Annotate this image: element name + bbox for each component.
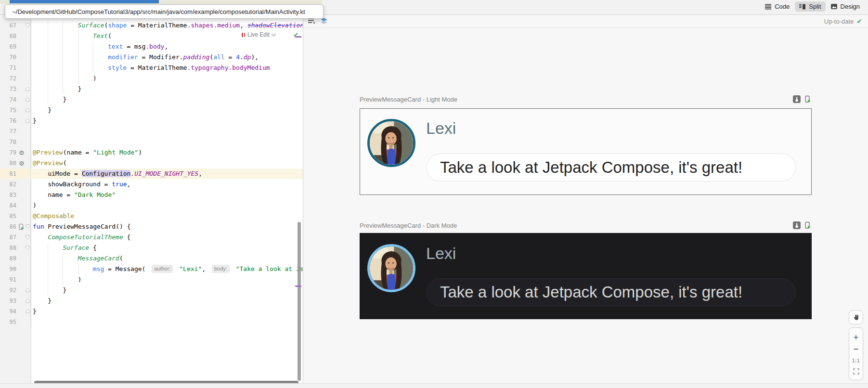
code-line-67[interactable]: 67Surface(shape = MaterialTheme.shapes.m… [0, 20, 303, 31]
gutter-line-79[interactable]: 79⚙ [0, 147, 31, 158]
code-line-79[interactable]: 79⚙@Preview(name = "Light Mode") [0, 147, 303, 158]
line-number[interactable]: 86 [0, 221, 16, 232]
line-number[interactable]: 73 [0, 84, 16, 94]
gutter-line-73[interactable]: 73 [0, 84, 31, 94]
line-number[interactable]: 88 [0, 243, 16, 253]
gutter-line-87[interactable]: 87 [0, 232, 31, 243]
code-text[interactable]: @Composable [31, 211, 303, 221]
code-text[interactable]: MessageCard( [31, 253, 303, 264]
code-line-86[interactable]: 86fun PreviewMessageCard() { [0, 221, 303, 232]
code-text[interactable]: ComposeTutorialTheme { [31, 232, 303, 243]
code-line-89[interactable]: 89MessageCard( [0, 253, 303, 264]
line-number[interactable]: 87 [0, 232, 16, 243]
code-text[interactable]: } [31, 84, 303, 94]
preview-settings-gear-icon[interactable]: ⚙ [19, 160, 25, 167]
code-text[interactable] [31, 317, 303, 327]
code-text[interactable]: } [31, 105, 303, 116]
code-line-71[interactable]: 71style = MaterialTheme.typography.bodyM… [0, 63, 303, 73]
split-view-button[interactable]: Split [795, 1, 825, 12]
code-text[interactable]: ) [31, 73, 303, 84]
code-text[interactable]: name = "Dark Mode" [31, 190, 303, 200]
editor-horizontal-scrollbar[interactable] [34, 381, 298, 383]
code-text[interactable]: } [31, 306, 303, 317]
code-line-85[interactable]: 85@Composable [0, 211, 303, 221]
code-view-button[interactable]: Code [761, 1, 794, 12]
code-line-84[interactable]: 84) [0, 200, 303, 211]
code-editor-pane[interactable]: 67Surface(shape = MaterialTheme.shapes.m… [0, 15, 303, 383]
code-line-82[interactable]: 82showBackground = true, [0, 179, 303, 190]
code-text[interactable]: style = MaterialTheme.typography.bodyMed… [31, 63, 303, 73]
zoom-to-fit-icon[interactable] [853, 368, 859, 375]
gutter-line-88[interactable]: 88 [0, 243, 31, 253]
code-line-73[interactable]: 73} [0, 84, 303, 94]
line-number[interactable]: 70 [0, 52, 16, 63]
fold-marker-icon[interactable] [26, 108, 30, 112]
code-line-81[interactable]: 81uiMode = Configuration.UI_MODE_NIGHT_Y… [0, 168, 303, 179]
line-number[interactable]: 83 [0, 190, 16, 200]
pan-tool-button[interactable] [849, 310, 863, 324]
line-number[interactable]: 89 [0, 253, 16, 264]
code-line-94[interactable]: 94} [0, 306, 303, 317]
editor-vertical-scrollbar[interactable] [298, 222, 301, 381]
design-view-button[interactable]: Design [827, 1, 864, 12]
code-line-95[interactable]: 95 [0, 317, 303, 327]
gutter-line-68[interactable]: 68 [0, 31, 31, 41]
line-number[interactable]: 90 [0, 264, 16, 274]
gutter-line-85[interactable]: 85 [0, 211, 31, 221]
code-line-83[interactable]: 83name = "Dark Mode" [0, 190, 303, 200]
line-number[interactable]: 75 [0, 105, 16, 116]
line-number[interactable]: 67 [0, 20, 16, 31]
fold-marker-icon[interactable] [26, 23, 30, 27]
code-line-90[interactable]: 90msg = Message( author: "Lexi", body: "… [0, 264, 303, 274]
gutter-line-84[interactable]: 84 [0, 200, 31, 211]
code-text[interactable]: showBackground = true, [31, 179, 303, 190]
gutter-line-70[interactable]: 70 [0, 52, 31, 63]
gutter-line-78[interactable]: 78 [0, 137, 31, 147]
gutter-line-71[interactable]: 71 [0, 63, 31, 73]
fold-marker-icon[interactable] [26, 298, 30, 303]
gutter-line-74[interactable]: 74 [0, 94, 31, 105]
line-number[interactable]: 94 [0, 306, 16, 317]
code-text[interactable]: } [31, 94, 303, 105]
light-preview-card[interactable]: Lexi Take a look at Jetpack Compose, it'… [360, 108, 812, 195]
gutter-line-83[interactable]: 83 [0, 190, 31, 200]
gutter-line-81[interactable]: 81 [0, 168, 31, 179]
gutter-line-69[interactable]: 69 [0, 41, 31, 52]
fold-marker-icon[interactable] [26, 288, 30, 292]
code-line-78[interactable]: 78 [0, 137, 303, 147]
code-text[interactable]: text = msg.body, [31, 41, 303, 52]
gutter-line-94[interactable]: 94 [0, 306, 31, 317]
code-line-76[interactable]: 76} [0, 116, 303, 126]
gutter-line-82[interactable]: 82 [0, 179, 31, 190]
interactive-preview-icon[interactable] [793, 221, 801, 229]
code-text[interactable]: fun PreviewMessageCard() { [31, 221, 303, 232]
code-text[interactable]: uiMode = Configuration.UI_MODE_NIGHT_YES… [31, 168, 303, 179]
line-number[interactable]: 95 [0, 317, 16, 327]
line-number[interactable]: 77 [0, 126, 16, 137]
preview-settings-gear-icon[interactable]: ⚙ [19, 150, 25, 156]
code-text[interactable]: Surface { [31, 243, 303, 253]
line-number[interactable]: 91 [0, 274, 16, 285]
code-line-75[interactable]: 75} [0, 105, 303, 116]
line-number[interactable]: 79 [0, 147, 16, 158]
code-line-72[interactable]: 72) [0, 73, 303, 84]
gutter-line-86[interactable]: 86 [0, 221, 31, 232]
code-line-87[interactable]: 87ComposeTutorialTheme { [0, 232, 303, 243]
gutter-line-75[interactable]: 75 [0, 105, 31, 116]
code-line-74[interactable]: 74} [0, 94, 303, 105]
gutter-line-76[interactable]: 76 [0, 116, 31, 126]
line-number[interactable]: 82 [0, 179, 16, 190]
run-preview-gutter-icon[interactable] [19, 223, 25, 231]
line-number[interactable]: 72 [0, 73, 16, 84]
fold-marker-icon[interactable] [26, 235, 30, 239]
code-line-69[interactable]: 69text = msg.body, [0, 41, 303, 52]
interactive-preview-icon[interactable] [793, 95, 801, 103]
line-number[interactable]: 84 [0, 200, 16, 211]
code-text[interactable]: ) [31, 200, 303, 211]
gutter-line-80[interactable]: 80⚙ [0, 158, 31, 168]
code-text[interactable]: } [31, 296, 303, 306]
zoom-in-button[interactable]: + [854, 333, 859, 342]
line-number[interactable]: 93 [0, 296, 16, 306]
fold-marker-icon[interactable] [26, 309, 30, 313]
run-preview-on-device-icon[interactable] [804, 221, 812, 229]
